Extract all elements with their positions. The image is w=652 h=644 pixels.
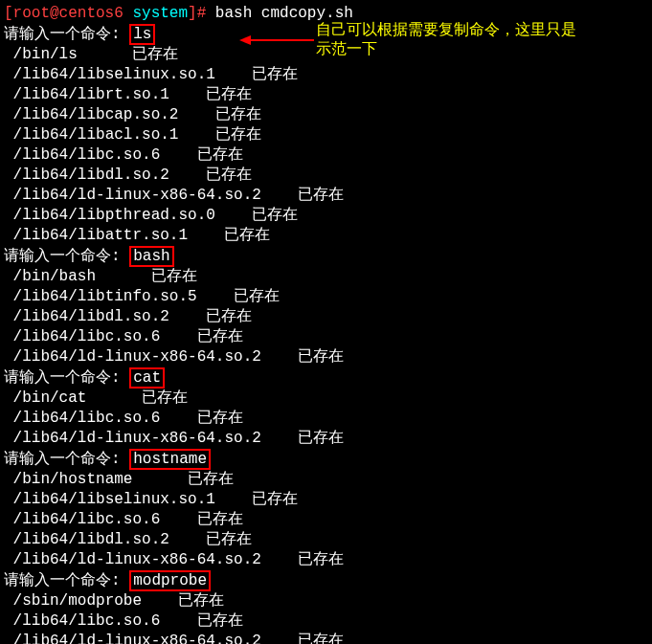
file-path: /lib64/libselinux.so.1 [13,66,215,83]
file-path: /lib64/ld-linux-x86-64.so.2 [13,430,261,447]
file-path: /lib64/libdl.so.2 [13,167,169,184]
command-entered: bash cmdcopy.sh [215,5,353,22]
file-path: /lib64/libc.so.6 [13,146,161,164]
output-line: /bin/bash 已存在 [4,267,648,287]
output-line: /lib64/libselinux.so.1 已存在 [4,490,648,510]
output-line: /lib64/libdl.so.2 已存在 [4,530,648,550]
output-line: /lib64/libdl.so.2 已存在 [4,307,648,327]
input-prompt-line: 请输入一个命令: hostname [4,449,648,470]
file-path: /lib64/ld-linux-x86-64.so.2 [13,633,261,644]
terminal-output: [root@centos6 system]# bash cmdcopy.sh请输… [4,4,648,644]
status-exists: 已存在 [234,288,280,305]
status-exists: 已存在 [197,328,243,345]
status-exists: 已存在 [178,592,224,610]
output-line: /lib64/libc.so.6 已存在 [4,510,648,530]
status-exists: 已存在 [151,268,197,285]
status-exists: 已存在 [197,146,243,164]
output-line: /lib64/libc.so.6 已存在 [4,145,648,166]
output-line: /bin/cat 已存在 [4,389,648,409]
status-exists: 已存在 [206,86,252,103]
output-line: /lib64/libdl.so.2 已存在 [4,166,648,186]
output-line: /lib64/ld-linux-x86-64.so.2 已存在 [4,632,648,644]
file-path: /bin/cat [13,389,87,407]
file-path: /lib64/ld-linux-x86-64.so.2 [13,551,261,568]
status-exists: 已存在 [252,491,298,508]
user-input-highlight: hostname [129,449,211,470]
output-line: /lib64/ld-linux-x86-64.so.2 已存在 [4,429,648,449]
user-input-highlight: modprobe [129,570,211,591]
input-prompt-text: 请输入一个命令: [4,26,129,43]
output-line: /lib64/libc.so.6 已存在 [4,409,648,429]
input-prompt-text: 请输入一个命令: [4,572,129,589]
user-input-highlight: bash [129,246,173,267]
file-path: /bin/ls [13,46,78,63]
status-exists: 已存在 [206,531,252,548]
status-exists: 已存在 [206,308,252,325]
file-path: /lib64/libcap.so.2 [13,106,179,123]
output-line: /lib64/ld-linux-x86-64.so.2 已存在 [4,186,648,206]
input-prompt-line: 请输入一个命令: modprobe [4,570,648,591]
status-exists: 已存在 [132,46,178,63]
status-exists: 已存在 [197,511,243,528]
output-line: /lib64/libcap.so.2 已存在 [4,105,648,125]
output-line: /lib64/librt.so.1 已存在 [4,85,648,105]
status-exists: 已存在 [252,207,298,224]
file-path: /lib64/libacl.so.1 [13,126,179,144]
status-exists: 已存在 [298,187,344,204]
file-path: /lib64/libdl.so.2 [13,531,169,548]
input-prompt-line: 请输入一个命令: bash [4,246,648,267]
output-line: /lib64/libacl.so.1 已存在 [4,125,648,145]
output-line: /lib64/libtinfo.so.5 已存在 [4,287,648,307]
file-path: /lib64/libpthread.so.0 [13,207,215,224]
status-exists: 已存在 [142,389,188,407]
file-path: /bin/hostname [13,471,133,488]
user-input-highlight: ls [129,24,155,45]
output-line: /sbin/modprobe 已存在 [4,591,648,611]
output-line: /bin/ls 已存在 [4,45,648,65]
file-path: /lib64/ld-linux-x86-64.so.2 [13,348,261,366]
input-prompt-line: 请输入一个命令: ls [4,24,648,45]
input-prompt-text: 请输入一个命令: [4,369,129,387]
file-path: /lib64/libc.so.6 [13,410,161,427]
file-path: /lib64/ld-linux-x86-64.so.2 [13,187,261,204]
output-line: /lib64/libc.so.6 已存在 [4,611,648,632]
status-exists: 已存在 [197,410,243,427]
input-prompt-text: 请输入一个命令: [4,248,129,265]
file-path: /sbin/modprobe [13,592,142,610]
status-exists: 已存在 [298,633,344,644]
file-path: /lib64/libattr.so.1 [13,227,188,244]
file-path: /lib64/libc.so.6 [13,612,161,630]
status-exists: 已存在 [188,471,234,488]
status-exists: 已存在 [298,348,344,366]
file-path: /bin/bash [13,268,96,285]
status-exists: 已存在 [215,126,261,144]
input-prompt-line: 请输入一个命令: cat [4,367,648,389]
prompt-dir: system [132,5,188,22]
file-path: /lib64/libc.so.6 [13,511,161,528]
file-path: /lib64/librt.so.1 [13,86,169,103]
status-exists: 已存在 [197,612,243,630]
status-exists: 已存在 [215,106,261,123]
output-line: /lib64/ld-linux-x86-64.so.2 已存在 [4,347,648,367]
shell-prompt-line: [root@centos6 system]# bash cmdcopy.sh [4,4,648,24]
output-line: /lib64/libselinux.so.1 已存在 [4,65,648,85]
file-path: /lib64/libselinux.so.1 [13,491,215,508]
prompt-close: ]# [188,5,215,22]
status-exists: 已存在 [298,551,344,568]
output-line: /lib64/ld-linux-x86-64.so.2 已存在 [4,550,648,570]
output-line: /lib64/libattr.so.1 已存在 [4,226,648,246]
file-path: /lib64/libdl.so.2 [13,308,169,325]
file-path: /lib64/libtinfo.so.5 [13,288,197,305]
output-line: /bin/hostname 已存在 [4,470,648,490]
output-line: /lib64/libpthread.so.0 已存在 [4,206,648,226]
file-path: /lib64/libc.so.6 [13,328,161,345]
user-input-highlight: cat [129,367,165,389]
status-exists: 已存在 [224,227,270,244]
input-prompt-text: 请输入一个命令: [4,451,129,468]
status-exists: 已存在 [298,430,344,447]
output-line: /lib64/libc.so.6 已存在 [4,327,648,347]
status-exists: 已存在 [206,167,252,184]
prompt-user-host: [root@centos6 [4,5,132,22]
status-exists: 已存在 [252,66,298,83]
